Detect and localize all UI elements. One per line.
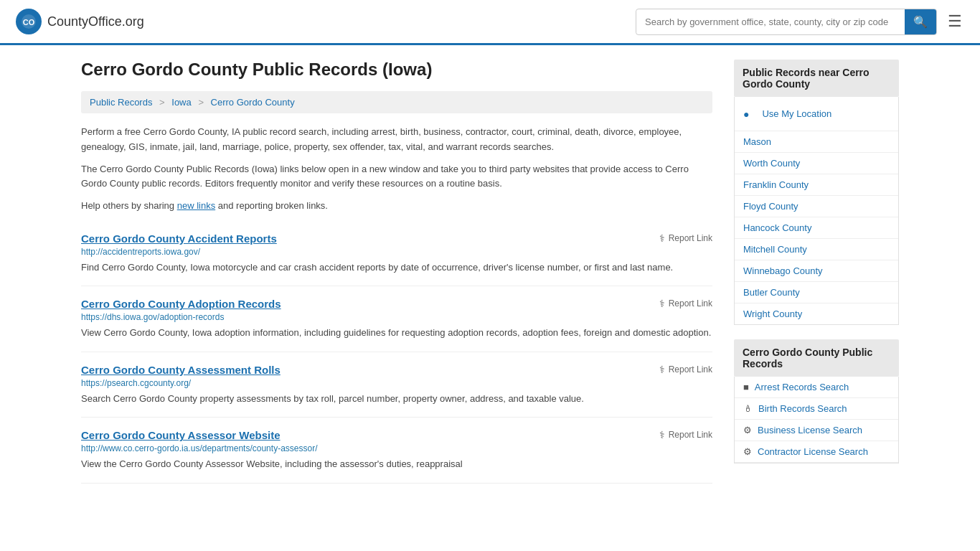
sidebar-record-link[interactable]: Contractor License Search xyxy=(758,446,868,457)
breadcrumb-public-records[interactable]: Public Records xyxy=(90,97,152,108)
sidebar-record-link[interactable]: Arrest Records Search xyxy=(755,382,849,392)
report-link-label: Report Link xyxy=(669,233,712,243)
search-bar: 🔍 xyxy=(636,9,937,35)
breadcrumb-sep-1: > xyxy=(159,97,165,108)
hamburger-menu-icon[interactable]: ☰ xyxy=(944,9,966,34)
location-icon: ● xyxy=(743,108,749,120)
records-list: Cerro Gordo County Accident Reports ⚕ Re… xyxy=(81,221,712,484)
report-link[interactable]: ⚕ Report Link xyxy=(659,429,712,441)
use-location-link[interactable]: Use My Location xyxy=(753,103,840,124)
record-url: http://www.co.cerro-gordo.ia.us/departme… xyxy=(81,443,712,453)
report-link-label: Report Link xyxy=(669,298,712,309)
record-type-icon: ■ xyxy=(743,382,749,392)
record-type-icon: 🕯 xyxy=(743,403,753,414)
description-3: Help others by sharing new links and rep… xyxy=(81,199,712,214)
report-link[interactable]: ⚕ Report Link xyxy=(659,232,712,244)
logo-text: CountyOffice.org xyxy=(47,14,144,29)
list-item: Wright County xyxy=(735,303,898,324)
record-header: Cerro Gordo County Assessor Website ⚕ Re… xyxy=(81,429,712,441)
sidebar-record-item: ⚙ Contractor License Search xyxy=(735,441,898,463)
list-item: Floyd County xyxy=(735,196,898,217)
record-title[interactable]: Cerro Gordo County Assessor Website xyxy=(81,429,281,441)
nearby-link[interactable]: Mitchell County xyxy=(735,239,898,260)
record-type-icon: ⚙ xyxy=(743,446,752,457)
breadcrumb-iowa[interactable]: Iowa xyxy=(171,97,191,108)
breadcrumb-cerro-gordo[interactable]: Cerro Gordo County xyxy=(211,97,295,108)
sidebar-record-link[interactable]: Business License Search xyxy=(758,425,862,435)
record-title[interactable]: Cerro Gordo County Adoption Records xyxy=(81,298,281,310)
list-item: Mitchell County xyxy=(735,239,898,260)
use-location-item[interactable]: ● Use My Location xyxy=(735,97,898,131)
report-link-icon: ⚕ xyxy=(659,364,665,375)
sidebar-record-item: 🕯 Birth Records Search xyxy=(735,398,898,420)
new-links-link[interactable]: new links xyxy=(177,200,215,211)
logo[interactable]: CO CountyOffice.org xyxy=(14,7,144,36)
record-item: Cerro Gordo County Accident Reports ⚕ Re… xyxy=(81,221,712,287)
record-desc: View Cerro Gordo County, Iowa adoption i… xyxy=(81,326,712,340)
page-title: Cerro Gordo County Public Records (Iowa) xyxy=(81,60,712,80)
record-item: Cerro Gordo County Adoption Records ⚕ Re… xyxy=(81,286,712,352)
nearby-link[interactable]: Winnebago County xyxy=(735,260,898,281)
records-sidebar: ■ Arrest Records Search 🕯 Birth Records … xyxy=(734,377,899,463)
record-title[interactable]: Cerro Gordo County Accident Reports xyxy=(81,232,277,245)
report-link-label: Report Link xyxy=(669,364,712,375)
nearby-list: ● Use My Location Mason Worth County Fra… xyxy=(734,97,899,325)
record-header: Cerro Gordo County Accident Reports ⚕ Re… xyxy=(81,232,712,245)
svg-text:CO: CO xyxy=(23,18,35,27)
record-desc: Search Cerro Gordo County property asses… xyxy=(81,392,712,406)
report-link-icon: ⚕ xyxy=(659,429,665,441)
main-container: Cerro Gordo County Public Records (Iowa)… xyxy=(60,45,920,498)
record-title[interactable]: Cerro Gordo County Assessment Rolls xyxy=(81,364,281,376)
header-right: 🔍 ☰ xyxy=(636,9,966,35)
list-item: Worth County xyxy=(735,153,898,174)
sidebar-record-item: ■ Arrest Records Search xyxy=(735,377,898,398)
nearby-link[interactable]: Worth County xyxy=(735,153,898,174)
breadcrumb-sep-2: > xyxy=(198,97,204,108)
description-2: The Cerro Gordo County Public Records (I… xyxy=(81,162,712,192)
nearby-link[interactable]: Butler County xyxy=(735,282,898,303)
description-1: Perform a free Cerro Gordo County, IA pu… xyxy=(81,125,712,155)
search-input[interactable] xyxy=(636,11,905,33)
sidebar-record-item: ⚙ Business License Search xyxy=(735,420,898,441)
logo-icon: CO xyxy=(14,7,43,36)
nearby-link[interactable]: Mason xyxy=(735,131,898,152)
nearby-title: Public Records near Cerro Gordo County xyxy=(734,60,899,97)
list-item: Butler County xyxy=(735,282,898,303)
report-link-icon: ⚕ xyxy=(659,298,665,309)
record-type-icon: ⚙ xyxy=(743,425,752,435)
record-url: https://dhs.iowa.gov/adoption-records xyxy=(81,312,712,322)
public-records-section: Cerro Gordo County Public Records ■ Arre… xyxy=(734,339,899,463)
record-item: Cerro Gordo County Assessment Rolls ⚕ Re… xyxy=(81,352,712,418)
report-link[interactable]: ⚕ Report Link xyxy=(659,364,712,375)
record-item: Cerro Gordo County Assessor Website ⚕ Re… xyxy=(81,418,712,484)
nearby-section: Public Records near Cerro Gordo County ●… xyxy=(734,60,899,325)
search-button[interactable]: 🔍 xyxy=(905,9,936,34)
report-link-icon: ⚕ xyxy=(659,232,665,244)
report-link-label: Report Link xyxy=(669,430,712,440)
list-item: Winnebago County xyxy=(735,260,898,282)
sidebar: Public Records near Cerro Gordo County ●… xyxy=(734,60,899,484)
sidebar-record-link[interactable]: Birth Records Search xyxy=(758,403,847,414)
site-header: CO CountyOffice.org 🔍 ☰ xyxy=(0,0,980,45)
breadcrumb: Public Records > Iowa > Cerro Gordo Coun… xyxy=(81,91,712,113)
record-desc: Find Cerro Gordo County, Iowa motorcycle… xyxy=(81,260,712,275)
content-area: Cerro Gordo County Public Records (Iowa)… xyxy=(81,60,712,484)
record-header: Cerro Gordo County Assessment Rolls ⚕ Re… xyxy=(81,364,712,376)
list-item: Mason xyxy=(735,131,898,153)
nearby-link[interactable]: Hancock County xyxy=(735,217,898,238)
list-item: Hancock County xyxy=(735,217,898,239)
record-desc: View the Cerro Gordo County Assessor Web… xyxy=(81,457,712,471)
public-records-title: Cerro Gordo County Public Records xyxy=(734,339,899,377)
nearby-link[interactable]: Franklin County xyxy=(735,174,898,195)
nearby-link[interactable]: Floyd County xyxy=(735,196,898,217)
report-link[interactable]: ⚕ Report Link xyxy=(659,298,712,309)
record-url: http://accidentreports.iowa.gov/ xyxy=(81,247,712,257)
record-url: https://psearch.cgcounty.org/ xyxy=(81,378,712,388)
list-item: Franklin County xyxy=(735,174,898,196)
record-header: Cerro Gordo County Adoption Records ⚕ Re… xyxy=(81,298,712,310)
nearby-link[interactable]: Wright County xyxy=(735,303,898,324)
